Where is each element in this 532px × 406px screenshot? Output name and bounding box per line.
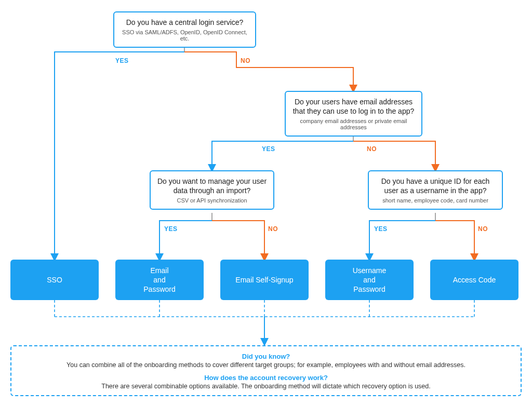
q2-no-label: NO [367,145,377,153]
q2-subtext: company email addresses or private email… [292,118,415,130]
q4-yes-label: YES [374,225,388,233]
info-panel: Did you know? You can combine all of the… [10,345,522,396]
q1-subtext: SSO via SAML/ADFS, OpenID, OpenID Connec… [121,29,249,42]
info-text-2: There are several combinable options ava… [32,383,500,390]
info-heading-1: Did you know? [32,353,500,360]
decision-q1: Do you have a central login service? SSO… [113,11,256,48]
q3-subtext: CSV or API synchronization [157,197,267,204]
q2-question: Do your users have email addresses that … [292,97,415,116]
q4-question: Do you have a unique ID for each user as… [375,177,496,195]
q1-yes-label: YES [115,57,129,64]
q1-question: Do you have a central login service? [121,18,249,27]
leaf-username-password: Username and Password [325,260,414,300]
decision-q4: Do you have a unique ID for each user as… [368,170,503,210]
q4-no-label: NO [478,225,488,233]
decision-q2: Do your users have email addresses that … [285,91,422,137]
decision-q3: Do you want to manage your user data thr… [150,170,274,210]
q1-no-label: NO [241,57,250,64]
leaf-email-self-signup: Email Self-Signup [220,260,309,300]
leaf-access-code-label: Access Code [453,275,496,285]
info-heading-2: How does the account recovery work? [32,374,500,382]
leaf-access-code: Access Code [430,260,518,300]
leaf-username-password-label: Username and Password [353,266,387,294]
q3-yes-label: YES [164,225,178,233]
q2-yes-label: YES [262,145,275,153]
q4-subtext: short name, employee code, card number [375,197,496,204]
leaf-sso-label: SSO [47,275,62,285]
q3-question: Do you want to manage your user data thr… [157,177,267,195]
q3-no-label: NO [268,225,278,233]
leaf-email-self-signup-label: Email Self-Signup [235,275,293,285]
info-text-1: You can combine all of the onboarding me… [32,361,500,369]
leaf-email-password: Email and Password [115,260,204,300]
leaf-sso: SSO [10,260,99,300]
leaf-email-password-label: Email and Password [143,266,175,294]
